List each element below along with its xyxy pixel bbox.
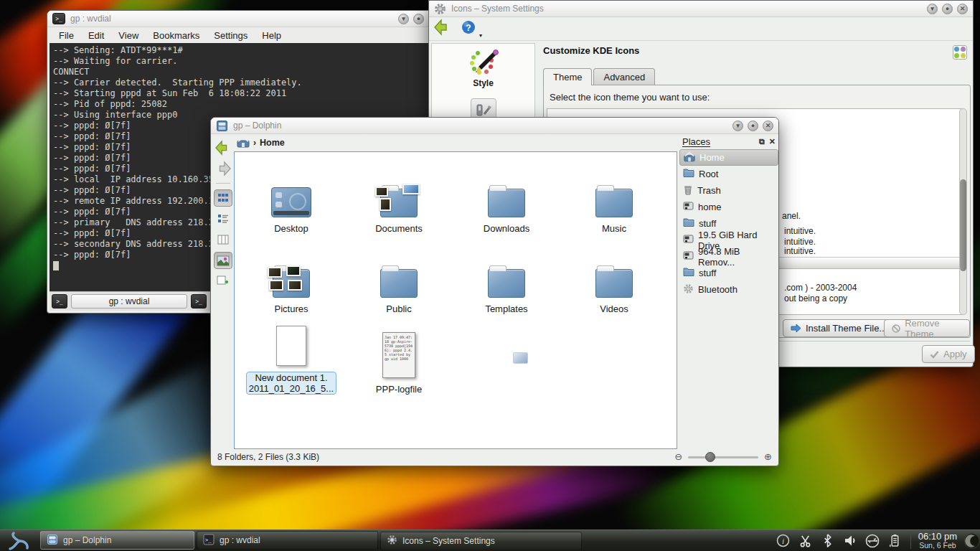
tab-theme[interactable]: Theme bbox=[543, 68, 592, 85]
clock[interactable]: 06:10 pm Sun, 6 Feb bbox=[914, 532, 961, 550]
float-panel-icon[interactable]: ⧉ bbox=[759, 137, 765, 146]
photo-thumbnail bbox=[286, 265, 301, 276]
file-item-pictures[interactable]: Pictures bbox=[237, 237, 345, 317]
new-tab-button[interactable]: >_ bbox=[52, 294, 67, 309]
menu-item-help[interactable]: Help bbox=[255, 29, 288, 42]
launcher-logo-icon bbox=[8, 532, 32, 550]
home-breadcrumb-icon[interactable] bbox=[237, 136, 250, 150]
maximize-button[interactable]: ● bbox=[748, 121, 758, 131]
places-item-home[interactable]: Home bbox=[679, 149, 778, 166]
file-icon bbox=[380, 184, 418, 217]
zoom-out-icon[interactable]: ⊖ bbox=[674, 451, 682, 462]
photo-thumbnail bbox=[268, 267, 282, 278]
file-label-line: Public bbox=[386, 303, 411, 314]
menu-item-bookmarks[interactable]: Bookmarks bbox=[146, 29, 207, 42]
preview-toggle-button[interactable] bbox=[214, 252, 232, 269]
overview-icon[interactable] bbox=[953, 45, 967, 60]
check-icon bbox=[930, 350, 939, 359]
minimize-button[interactable]: ▾ bbox=[927, 4, 938, 14]
dolphin-titlebar[interactable]: gp – Dolphin ▾ ● ✕ bbox=[211, 118, 778, 134]
install-theme-button[interactable]: Install Theme File... bbox=[783, 319, 895, 337]
back-button[interactable] bbox=[214, 139, 232, 156]
help-button[interactable]: ? ▾ bbox=[461, 19, 476, 38]
file-item-new-document-1-[interactable]: New document 1.2011_01_20_16_5... bbox=[237, 317, 345, 397]
places-item-label: home bbox=[698, 202, 722, 212]
tab-list-button[interactable]: >_ bbox=[191, 294, 207, 309]
scissors-icon[interactable] bbox=[798, 534, 813, 548]
drive-icon bbox=[683, 201, 694, 213]
konsole-titlebar[interactable]: >_ gp : wvdial ▾ ● ✕ bbox=[47, 11, 444, 27]
apply-button[interactable]: Apply bbox=[922, 345, 975, 363]
places-item-home[interactable]: home bbox=[679, 199, 778, 215]
scrollbar[interactable] bbox=[959, 108, 967, 315]
terminal-icon: >_ bbox=[203, 534, 215, 547]
bluetooth-icon[interactable] bbox=[821, 534, 835, 548]
places-item-label: stuff bbox=[699, 268, 716, 278]
menu-item-view[interactable]: View bbox=[111, 29, 146, 42]
file-item-documents[interactable]: Documents bbox=[345, 156, 453, 237]
zoom-in-icon[interactable]: ⊕ bbox=[764, 451, 772, 462]
minimize-button[interactable]: ▾ bbox=[398, 14, 409, 24]
panel-toolbox-cashew[interactable] bbox=[961, 530, 980, 551]
close-button[interactable]: ✕ bbox=[763, 121, 773, 131]
menu-item-file[interactable]: File bbox=[52, 29, 81, 42]
taskbar-task-3[interactable]: Icons – System Settings bbox=[380, 532, 582, 550]
theme-info-text-fragment: .com ) - 2003-2004 bbox=[784, 283, 857, 293]
taskbar-task-2[interactable]: >_gp : wvdial bbox=[197, 531, 378, 550]
system-tray: i bbox=[771, 534, 908, 548]
tab-advanced[interactable]: Advanced bbox=[593, 68, 655, 86]
menu-item-edit[interactable]: Edit bbox=[81, 29, 111, 42]
file-icon: Jan 17 09:47:18 gp-Aspire-5738 pppd[1946… bbox=[382, 332, 415, 378]
close-panel-icon[interactable]: ✕ bbox=[769, 137, 776, 146]
chevron-down-icon: ▾ bbox=[479, 32, 482, 39]
remove-theme-button[interactable]: Remove Theme bbox=[884, 319, 970, 337]
info-icon[interactable]: i bbox=[776, 534, 791, 548]
places-item-root[interactable]: Root bbox=[679, 166, 778, 182]
system-settings-titlebar[interactable]: Icons – System Settings ▾ ● ✕ bbox=[429, 1, 973, 17]
icons-view-button[interactable] bbox=[214, 189, 232, 207]
columns-view-button[interactable] bbox=[214, 231, 232, 248]
file-item-ppp-logfile[interactable]: Jan 17 09:47:18 gp-Aspire-5738 pppd[1946… bbox=[345, 317, 453, 397]
folder-icon bbox=[683, 267, 694, 279]
maximize-button[interactable]: ● bbox=[942, 4, 953, 14]
back-button[interactable] bbox=[433, 19, 452, 39]
breadcrumb-home[interactable]: Home bbox=[260, 138, 285, 148]
places-item-label: Bluetooth bbox=[698, 284, 738, 295]
folder-icon bbox=[595, 189, 633, 217]
file-item-templates[interactable]: Templates bbox=[453, 237, 560, 317]
file-item-desktop[interactable]: Desktop bbox=[237, 156, 345, 237]
places-item-964-8-mib-remov-[interactable]: 964.8 MiB Remov... bbox=[679, 248, 778, 265]
pictures-folder-icon bbox=[273, 269, 310, 298]
file-item-videos[interactable]: Videos bbox=[560, 237, 668, 317]
file-label: Templates bbox=[485, 303, 527, 314]
zoom-slider[interactable] bbox=[688, 452, 758, 462]
split-view-button[interactable] bbox=[214, 273, 232, 290]
file-icon bbox=[273, 265, 310, 298]
file-item-public[interactable]: Public bbox=[345, 237, 453, 317]
scrollbar-thumb[interactable] bbox=[960, 179, 966, 271]
details-view-button[interactable] bbox=[214, 210, 232, 227]
usb-icon[interactable] bbox=[865, 534, 880, 548]
zoom-slider-knob[interactable] bbox=[705, 452, 715, 462]
folder-view[interactable]: DesktopDocumentsDownloadsMusicPicturesPu… bbox=[234, 151, 677, 449]
places-item-trash[interactable]: Trash bbox=[679, 182, 778, 199]
no-entry-icon bbox=[892, 324, 900, 334]
battery-icon[interactable] bbox=[887, 534, 902, 548]
konsole-tab[interactable]: gp : wvdial bbox=[71, 294, 187, 309]
menu-item-settings[interactable]: Settings bbox=[207, 29, 255, 42]
minimize-button[interactable]: ▾ bbox=[732, 121, 743, 131]
file-icon bbox=[276, 326, 306, 366]
app-launcher-button[interactable] bbox=[0, 530, 40, 551]
close-button[interactable]: ✕ bbox=[957, 4, 968, 14]
file-label-line: Downloads bbox=[484, 223, 529, 234]
maximize-button[interactable]: ● bbox=[413, 14, 424, 24]
forward-button[interactable] bbox=[214, 160, 232, 177]
places-item-bluetooth[interactable]: Bluetooth bbox=[679, 281, 778, 298]
file-item-music[interactable]: Music bbox=[560, 156, 668, 237]
file-label-line: Templates bbox=[485, 303, 527, 314]
taskbar-task-1[interactable]: gp – Dolphin bbox=[40, 531, 194, 550]
sidebar-item-style[interactable]: Style bbox=[432, 44, 534, 88]
file-item-downloads[interactable]: Downloads bbox=[453, 156, 560, 237]
volume-icon[interactable] bbox=[843, 534, 857, 548]
konsole-menubar: FileEditViewBookmarksSettingsHelp bbox=[47, 27, 444, 43]
